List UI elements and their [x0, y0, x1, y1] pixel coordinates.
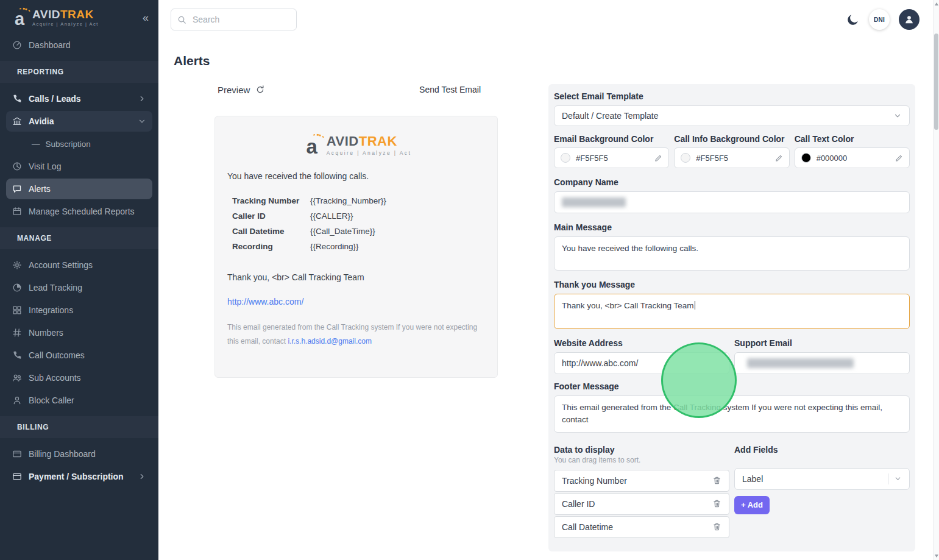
table-row: Tracking Number{{Tracking_Number}} — [232, 193, 485, 208]
sidebar-item-lead-tracking[interactable]: Lead Tracking — [6, 277, 152, 298]
refresh-preview-button[interactable] — [255, 85, 265, 94]
main-area: DNI Alerts Preview Send Test Email — [158, 0, 939, 560]
data-to-display-label: Data to display — [554, 445, 729, 455]
sidebar-item-billing-dashboard[interactable]: Billing Dashboard — [6, 444, 152, 464]
person-icon — [904, 14, 915, 25]
dash-bullet: — — [32, 140, 40, 149]
sidebar-section-billing: BILLING — [0, 416, 158, 438]
preview-website-link[interactable]: http://www.abc.com/ — [227, 297, 303, 307]
preview-thanks-text: Thank you, <br> Call Tracking Team — [227, 272, 485, 282]
table-row: Caller ID{{CALLER}} — [232, 208, 485, 224]
chevron-down-icon — [138, 117, 146, 126]
sidebar-item-account-settings[interactable]: Account Settings — [6, 255, 152, 275]
thank-you-message-label: Thank you Message — [554, 280, 910, 289]
chat-bubble-icon — [12, 184, 22, 194]
add-fields-select[interactable]: Label — [734, 468, 910, 490]
color-swatch — [801, 153, 811, 163]
edit-pencil-icon[interactable] — [895, 154, 903, 162]
email-preview-section: Preview Send Test Email a AVID — [214, 84, 498, 378]
building-icon — [12, 116, 22, 126]
email-preview-card: a AVIDTRAK Acquire | Analyze | Act You h… — [214, 116, 498, 378]
scrollbar-thumb[interactable] — [934, 34, 938, 130]
data-field-row[interactable]: Tracking Number — [554, 470, 729, 492]
color-swatch — [681, 153, 690, 163]
chevron-right-icon — [138, 472, 146, 481]
trash-icon[interactable] — [711, 521, 723, 533]
footer-message-textarea[interactable]: This email generated from the Call Track… — [554, 395, 910, 433]
thank-you-message-textarea[interactable]: Thank you, <br> Call Tracking Team — [554, 294, 910, 329]
scrollbar-down-arrow[interactable] — [935, 555, 938, 558]
pie-chart-icon — [12, 283, 22, 292]
website-address-label: Website Address — [554, 338, 729, 348]
redacted-value — [747, 358, 854, 368]
brand-tagline: Acquire | Analyze | Act — [32, 21, 99, 27]
company-name-input[interactable] — [554, 191, 910, 213]
trash-icon[interactable] — [711, 498, 723, 509]
dashboard-gauge-icon — [12, 40, 22, 50]
data-field-row[interactable]: Caller ID — [554, 493, 729, 515]
sidebar-item-payment-subscription[interactable]: Payment / Subscription — [6, 466, 152, 487]
sidebar-item-integrations[interactable]: Integrations — [6, 300, 152, 321]
send-test-email-button[interactable]: Send Test Email — [416, 84, 484, 95]
website-address-input[interactable] — [554, 352, 729, 374]
support-email-input[interactable] — [734, 352, 910, 374]
brand-name: AVIDTRAK — [32, 9, 99, 21]
sidebar-item-manage-scheduled-reports[interactable]: Manage Scheduled Reports — [6, 201, 152, 222]
add-field-button[interactable]: + Add — [734, 496, 770, 514]
page-content: Alerts Preview Send Test Email — [158, 39, 939, 560]
sidebar-collapse-button[interactable]: « — [139, 10, 152, 26]
people-icon — [12, 373, 22, 383]
sidebar: a AVIDTRAK Acquire | Analyze | Act « Das… — [0, 0, 158, 560]
dark-mode-toggle[interactable] — [846, 13, 860, 26]
sidebar-item-alerts[interactable]: Alerts — [6, 179, 152, 199]
sidebar-item-dashboard[interactable]: Dashboard — [6, 35, 152, 55]
add-fields-label: Add Fields — [734, 445, 910, 455]
calendar-icon — [12, 207, 22, 216]
refresh-icon — [255, 85, 265, 94]
sidebar-item-visit-log[interactable]: Visit Log — [6, 156, 152, 177]
call-info-bg-color-input[interactable]: #F5F5F5 — [674, 147, 789, 168]
sidebar-item-subscription[interactable]: — Subscription — [6, 133, 152, 154]
user-avatar[interactable] — [899, 9, 920, 30]
drag-sort-hint: You can drag items to sort. — [554, 456, 729, 464]
sidebar-logo-row: a AVIDTRAK Acquire | Analyze | Act « — [0, 0, 158, 33]
sidebar-item-calls-leads[interactable]: Calls / Leads — [6, 88, 152, 109]
sidebar-nav: Dashboard REPORTING Calls / Leads Avidia… — [0, 35, 158, 487]
color-hex-value: #F5F5F5 — [696, 154, 769, 163]
preview-intro-text: You have received the following calls. — [227, 171, 485, 181]
table-row: Call Datetime{{Call_DateTime}} — [232, 224, 485, 239]
edit-pencil-icon[interactable] — [654, 154, 662, 162]
edit-pencil-icon[interactable] — [775, 154, 783, 162]
avidtrak-logo-mark-icon: a — [10, 7, 29, 28]
select-template-label: Select Email Template — [554, 91, 910, 101]
avidtrak-logo-mark-icon: a — [301, 133, 323, 157]
topbar: DNI — [158, 0, 939, 39]
preview-footer-email-link[interactable]: i.r.s.h.adsid.d@gmail.com — [288, 337, 372, 346]
moon-icon — [846, 13, 860, 26]
app-root: a AVIDTRAK Acquire | Analyze | Act « Das… — [0, 0, 939, 560]
trash-icon[interactable] — [711, 475, 723, 486]
scrollbar-up-arrow[interactable] — [935, 2, 938, 5]
divider — [888, 473, 888, 484]
sidebar-item-sub-accounts[interactable]: Sub Accounts — [6, 367, 152, 388]
avidtrak-logo: a AVIDTRAK Acquire | Analyze | Act — [10, 7, 99, 28]
sidebar-item-call-outcomes[interactable]: Call Outcomes — [6, 345, 152, 366]
sidebar-item-numbers[interactable]: Numbers — [6, 322, 152, 343]
credit-card-icon — [12, 449, 22, 459]
call-text-color-input[interactable]: #000000 — [795, 147, 910, 168]
email-template-select[interactable]: Default / Create Template — [554, 105, 910, 126]
data-field-row[interactable]: Call Datetime — [554, 516, 729, 538]
dni-badge[interactable]: DNI — [869, 9, 890, 30]
page-scrollbar[interactable] — [933, 0, 939, 560]
color-hex-value: #F5F5F5 — [576, 154, 649, 163]
email-bg-color-input[interactable]: #F5F5F5 — [554, 147, 669, 168]
sidebar-item-avidia[interactable]: Avidia — [6, 111, 152, 132]
search-input[interactable] — [191, 14, 290, 25]
main-message-textarea[interactable]: You have received the following calls. — [554, 236, 910, 271]
sidebar-section-reporting: REPORTING — [0, 61, 158, 83]
sidebar-item-block-caller[interactable]: Block Caller — [6, 390, 152, 411]
grid-icon — [12, 305, 22, 315]
preview-footer-text: This email generated from the Call Track… — [227, 321, 483, 349]
search-icon — [177, 15, 186, 24]
company-name-label: Company Name — [554, 177, 910, 187]
